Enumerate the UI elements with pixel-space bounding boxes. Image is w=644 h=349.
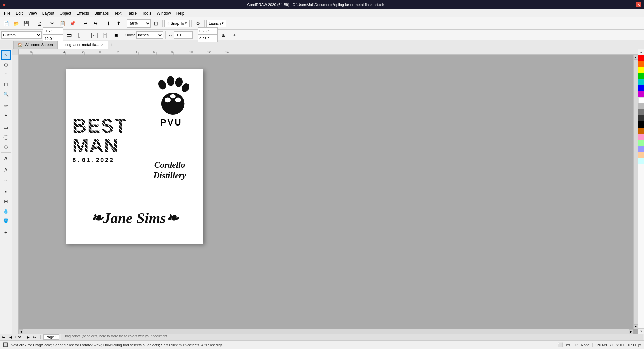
copy-button[interactable]: 📋 <box>58 19 67 28</box>
nudge-y-input[interactable] <box>198 35 218 42</box>
nudge-input[interactable] <box>174 31 193 39</box>
page-last-button[interactable]: ⏭ <box>32 334 38 340</box>
menu-object[interactable]: Object <box>57 10 74 16</box>
zoom-page-button[interactable]: ▣ <box>111 30 120 40</box>
menu-help[interactable]: Help <box>174 10 187 16</box>
menu-file[interactable]: File <box>1 10 13 16</box>
swatch-dark-gray[interactable] <box>638 115 644 121</box>
tab-add-button[interactable]: + <box>108 41 115 48</box>
menu-tools[interactable]: Tools <box>139 10 154 16</box>
smartdraw-tool[interactable]: ✦ <box>1 111 11 120</box>
scroll-right-button[interactable]: ▶ <box>629 329 633 334</box>
menu-effects[interactable]: Effects <box>74 10 92 16</box>
preset-select[interactable]: Custom <box>1 31 42 39</box>
swatch-black[interactable] <box>638 121 644 128</box>
plus-button[interactable]: + <box>1 228 11 237</box>
page-first-button[interactable]: ⏮ <box>1 334 7 340</box>
zoom-height-button[interactable]: |↕| <box>100 30 110 40</box>
swatch-periwinkle[interactable] <box>638 146 644 152</box>
straighten-tool[interactable]: ⤴ <box>1 70 11 79</box>
swatch-light-gray[interactable] <box>638 103 644 109</box>
menu-bitmaps[interactable]: Bitmaps <box>92 10 111 16</box>
eyedropper-tool[interactable]: 💧 <box>1 206 11 216</box>
color-expand-icon[interactable]: ▼ <box>640 330 643 333</box>
menu-window[interactable]: Window <box>154 10 174 16</box>
dimension-tool[interactable]: ↔ <box>1 175 11 185</box>
swatch-brown[interactable] <box>638 128 644 134</box>
page-nav-bar: ⏮ ◀ 1 of 1 ▶ ⏭ Page 1 Drag colors (or ob… <box>0 334 644 340</box>
units-select[interactable]: inches mm cm pixels <box>136 31 163 39</box>
landscape-button[interactable]: ▭ <box>75 30 85 40</box>
page-tab[interactable]: Page 1 <box>43 334 60 340</box>
node-tool[interactable]: ⬡ <box>1 60 11 69</box>
print-button[interactable]: 🖨 <box>35 19 44 28</box>
zoom-fit-button[interactable]: ⊡ <box>151 19 161 28</box>
menu-view[interactable]: View <box>25 10 40 16</box>
export-button[interactable]: ⬆ <box>114 19 123 28</box>
swatch-yellow[interactable] <box>638 67 644 73</box>
cut-button[interactable]: ✂ <box>48 19 57 28</box>
zoom-tool[interactable]: 🔍 <box>1 89 11 99</box>
maximize-button[interactable]: □ <box>629 2 635 7</box>
menu-edit[interactable]: Edit <box>13 10 25 16</box>
save-button[interactable]: 💾 <box>21 19 31 28</box>
swatch-light-green[interactable] <box>638 140 644 146</box>
swatch-orange[interactable] <box>638 61 644 67</box>
color-panel[interactable]: ▲ ▼ <box>638 49 644 334</box>
swatch-pink[interactable] <box>638 134 644 140</box>
swatch-peach[interactable] <box>638 152 644 158</box>
scroll-up-button[interactable]: ▲ <box>634 55 638 60</box>
scroll-left-button[interactable]: ◀ <box>19 329 23 334</box>
polygon-tool[interactable]: ⬠ <box>1 142 11 151</box>
import-button[interactable]: ⬇ <box>104 19 113 28</box>
swatch-light-cyan[interactable] <box>638 158 644 164</box>
paste-button[interactable]: 📌 <box>68 19 77 28</box>
swatch-blue[interactable] <box>638 85 644 91</box>
swatch-none <box>638 164 644 328</box>
tab-document-close[interactable]: ✕ <box>101 43 104 47</box>
scrollbar-horizontal: ◀ ▶ <box>19 329 633 334</box>
fit-page-button[interactable]: ⊞ <box>219 30 228 40</box>
swatch-gray[interactable] <box>638 109 644 115</box>
text-tool[interactable]: A <box>1 154 11 163</box>
minimize-button[interactable]: ─ <box>623 2 628 7</box>
new-button[interactable]: 📄 <box>1 19 11 28</box>
undo-button[interactable]: ↩ <box>81 19 90 28</box>
width-input[interactable] <box>43 27 63 35</box>
close-button[interactable]: ✕ <box>636 2 641 7</box>
paintbucket-tool[interactable]: 🪣 <box>1 216 11 226</box>
add-page-button[interactable]: + <box>230 30 239 40</box>
page-prev-button[interactable]: ◀ <box>8 334 13 340</box>
swatch-white[interactable] <box>638 97 644 103</box>
snap-to-button[interactable]: ⊹ Snap To ▾ <box>164 20 190 27</box>
swatch-magenta[interactable] <box>638 91 644 97</box>
tab-document[interactable]: epilog-laser-metal-fla... ✕ <box>57 41 108 49</box>
meshfill-tool[interactable]: ⊞ <box>1 197 11 206</box>
scroll-down-button[interactable]: ▼ <box>634 324 638 329</box>
launch-button[interactable]: Launch ▾ <box>206 20 226 27</box>
portrait-button[interactable]: ▭ <box>64 30 74 40</box>
shadow-tool[interactable]: ▪ <box>1 187 11 196</box>
swatch-green[interactable] <box>638 73 644 79</box>
open-button[interactable]: 📂 <box>11 19 21 28</box>
nudge-x-input[interactable] <box>198 27 218 35</box>
menu-text[interactable]: Text <box>111 10 124 16</box>
menu-table[interactable]: Table <box>124 10 139 16</box>
color-hint-bar: Drag colors (or objects) here to store t… <box>61 334 643 340</box>
parallel-draw-tool[interactable]: // <box>1 165 11 175</box>
page-next-button[interactable]: ▶ <box>25 334 31 340</box>
redo-button[interactable]: ↪ <box>91 19 100 28</box>
ellipse-tool[interactable]: ◯ <box>1 132 11 142</box>
swatch-red[interactable] <box>638 55 644 61</box>
tab-welcome[interactable]: 🏠 Welcome Screen <box>13 41 57 49</box>
rectangle-tool[interactable]: ▭ <box>1 122 11 132</box>
options-button[interactable]: ⚙ <box>193 19 203 28</box>
pick-tool[interactable]: ↖ <box>1 50 11 60</box>
swatch-cyan[interactable] <box>638 79 644 85</box>
menu-layout[interactable]: Layout <box>40 10 57 16</box>
nav-sep <box>40 335 41 339</box>
freehand-tool[interactable]: ✏ <box>1 101 11 110</box>
zoom-width-button[interactable]: |←| <box>90 30 99 40</box>
crop-tool[interactable]: ⊡ <box>1 80 11 89</box>
zoom-select[interactable]: 56% 100% 75% 50% <box>127 19 151 28</box>
